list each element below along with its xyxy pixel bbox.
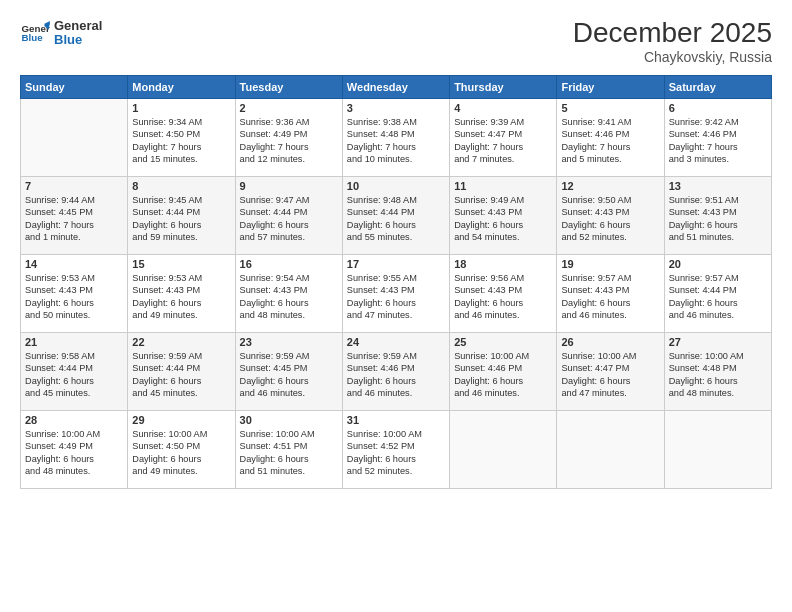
- day-number: 11: [454, 180, 552, 192]
- day-info: Sunrise: 10:00 AMSunset: 4:46 PMDaylight…: [454, 350, 552, 400]
- calendar-cell: 27Sunrise: 10:00 AMSunset: 4:48 PMDaylig…: [664, 332, 771, 410]
- calendar-cell: [664, 410, 771, 488]
- day-number: 25: [454, 336, 552, 348]
- calendar-cell: 24Sunrise: 9:59 AMSunset: 4:46 PMDayligh…: [342, 332, 449, 410]
- calendar-cell: 30Sunrise: 10:00 AMSunset: 4:51 PMDaylig…: [235, 410, 342, 488]
- day-info: Sunrise: 9:59 AMSunset: 4:44 PMDaylight:…: [132, 350, 230, 400]
- day-info: Sunrise: 9:36 AMSunset: 4:49 PMDaylight:…: [240, 116, 338, 166]
- calendar-cell: 2Sunrise: 9:36 AMSunset: 4:49 PMDaylight…: [235, 98, 342, 176]
- day-number: 4: [454, 102, 552, 114]
- day-info: Sunrise: 9:39 AMSunset: 4:47 PMDaylight:…: [454, 116, 552, 166]
- calendar-cell: 9Sunrise: 9:47 AMSunset: 4:44 PMDaylight…: [235, 176, 342, 254]
- svg-text:Blue: Blue: [22, 32, 44, 43]
- calendar-cell: 7Sunrise: 9:44 AMSunset: 4:45 PMDaylight…: [21, 176, 128, 254]
- day-info: Sunrise: 9:42 AMSunset: 4:46 PMDaylight:…: [669, 116, 767, 166]
- calendar-header: Sunday Monday Tuesday Wednesday Thursday…: [21, 75, 772, 98]
- day-info: Sunrise: 10:00 AMSunset: 4:47 PMDaylight…: [561, 350, 659, 400]
- day-number: 21: [25, 336, 123, 348]
- day-info: Sunrise: 10:00 AMSunset: 4:50 PMDaylight…: [132, 428, 230, 478]
- day-info: Sunrise: 10:00 AMSunset: 4:49 PMDaylight…: [25, 428, 123, 478]
- page-header: General Blue General Blue December 2025 …: [20, 18, 772, 65]
- calendar-week-2: 7Sunrise: 9:44 AMSunset: 4:45 PMDaylight…: [21, 176, 772, 254]
- calendar-cell: 3Sunrise: 9:38 AMSunset: 4:48 PMDaylight…: [342, 98, 449, 176]
- calendar-cell: 23Sunrise: 9:59 AMSunset: 4:45 PMDayligh…: [235, 332, 342, 410]
- header-thursday: Thursday: [450, 75, 557, 98]
- day-number: 15: [132, 258, 230, 270]
- page-title: December 2025: [573, 18, 772, 49]
- header-friday: Friday: [557, 75, 664, 98]
- day-number: 14: [25, 258, 123, 270]
- day-number: 22: [132, 336, 230, 348]
- day-number: 29: [132, 414, 230, 426]
- day-number: 23: [240, 336, 338, 348]
- day-info: Sunrise: 9:59 AMSunset: 4:45 PMDaylight:…: [240, 350, 338, 400]
- day-info: Sunrise: 10:00 AMSunset: 4:51 PMDaylight…: [240, 428, 338, 478]
- day-number: 12: [561, 180, 659, 192]
- page-subtitle: Chaykovskiy, Russia: [573, 49, 772, 65]
- day-number: 19: [561, 258, 659, 270]
- calendar-cell: 21Sunrise: 9:58 AMSunset: 4:44 PMDayligh…: [21, 332, 128, 410]
- calendar-week-1: 1Sunrise: 9:34 AMSunset: 4:50 PMDaylight…: [21, 98, 772, 176]
- day-number: 27: [669, 336, 767, 348]
- day-info: Sunrise: 9:50 AMSunset: 4:43 PMDaylight:…: [561, 194, 659, 244]
- day-number: 8: [132, 180, 230, 192]
- calendar-cell: 15Sunrise: 9:53 AMSunset: 4:43 PMDayligh…: [128, 254, 235, 332]
- day-number: 16: [240, 258, 338, 270]
- calendar-cell: 19Sunrise: 9:57 AMSunset: 4:43 PMDayligh…: [557, 254, 664, 332]
- header-saturday: Saturday: [664, 75, 771, 98]
- calendar-cell: 18Sunrise: 9:56 AMSunset: 4:43 PMDayligh…: [450, 254, 557, 332]
- calendar-week-4: 21Sunrise: 9:58 AMSunset: 4:44 PMDayligh…: [21, 332, 772, 410]
- day-number: 9: [240, 180, 338, 192]
- day-number: 1: [132, 102, 230, 114]
- calendar-cell: 26Sunrise: 10:00 AMSunset: 4:47 PMDaylig…: [557, 332, 664, 410]
- day-info: Sunrise: 9:58 AMSunset: 4:44 PMDaylight:…: [25, 350, 123, 400]
- day-info: Sunrise: 9:38 AMSunset: 4:48 PMDaylight:…: [347, 116, 445, 166]
- day-info: Sunrise: 9:55 AMSunset: 4:43 PMDaylight:…: [347, 272, 445, 322]
- day-number: 30: [240, 414, 338, 426]
- calendar-body: 1Sunrise: 9:34 AMSunset: 4:50 PMDaylight…: [21, 98, 772, 488]
- day-number: 31: [347, 414, 445, 426]
- day-info: Sunrise: 10:00 AMSunset: 4:48 PMDaylight…: [669, 350, 767, 400]
- calendar-cell: 22Sunrise: 9:59 AMSunset: 4:44 PMDayligh…: [128, 332, 235, 410]
- calendar-cell: 12Sunrise: 9:50 AMSunset: 4:43 PMDayligh…: [557, 176, 664, 254]
- day-info: Sunrise: 9:45 AMSunset: 4:44 PMDaylight:…: [132, 194, 230, 244]
- day-number: 26: [561, 336, 659, 348]
- day-number: 6: [669, 102, 767, 114]
- day-info: Sunrise: 9:59 AMSunset: 4:46 PMDaylight:…: [347, 350, 445, 400]
- day-info: Sunrise: 9:48 AMSunset: 4:44 PMDaylight:…: [347, 194, 445, 244]
- calendar-cell: [450, 410, 557, 488]
- day-info: Sunrise: 9:57 AMSunset: 4:44 PMDaylight:…: [669, 272, 767, 322]
- header-tuesday: Tuesday: [235, 75, 342, 98]
- header-sunday: Sunday: [21, 75, 128, 98]
- logo: General Blue General Blue: [20, 18, 102, 48]
- day-info: Sunrise: 9:34 AMSunset: 4:50 PMDaylight:…: [132, 116, 230, 166]
- calendar-cell: 10Sunrise: 9:48 AMSunset: 4:44 PMDayligh…: [342, 176, 449, 254]
- day-info: Sunrise: 9:56 AMSunset: 4:43 PMDaylight:…: [454, 272, 552, 322]
- calendar-cell: 11Sunrise: 9:49 AMSunset: 4:43 PMDayligh…: [450, 176, 557, 254]
- day-number: 7: [25, 180, 123, 192]
- calendar-cell: [557, 410, 664, 488]
- calendar-week-3: 14Sunrise: 9:53 AMSunset: 4:43 PMDayligh…: [21, 254, 772, 332]
- day-number: 10: [347, 180, 445, 192]
- day-info: Sunrise: 9:53 AMSunset: 4:43 PMDaylight:…: [132, 272, 230, 322]
- page: General Blue General Blue December 2025 …: [0, 0, 792, 612]
- day-number: 18: [454, 258, 552, 270]
- day-info: Sunrise: 9:49 AMSunset: 4:43 PMDaylight:…: [454, 194, 552, 244]
- day-number: 17: [347, 258, 445, 270]
- calendar-cell: 14Sunrise: 9:53 AMSunset: 4:43 PMDayligh…: [21, 254, 128, 332]
- logo-icon: General Blue: [20, 18, 50, 48]
- calendar-cell: 17Sunrise: 9:55 AMSunset: 4:43 PMDayligh…: [342, 254, 449, 332]
- header-row: Sunday Monday Tuesday Wednesday Thursday…: [21, 75, 772, 98]
- day-info: Sunrise: 9:51 AMSunset: 4:43 PMDaylight:…: [669, 194, 767, 244]
- calendar-cell: 5Sunrise: 9:41 AMSunset: 4:46 PMDaylight…: [557, 98, 664, 176]
- calendar-cell: 28Sunrise: 10:00 AMSunset: 4:49 PMDaylig…: [21, 410, 128, 488]
- day-number: 5: [561, 102, 659, 114]
- title-block: December 2025 Chaykovskiy, Russia: [573, 18, 772, 65]
- day-info: Sunrise: 9:47 AMSunset: 4:44 PMDaylight:…: [240, 194, 338, 244]
- day-number: 2: [240, 102, 338, 114]
- day-number: 20: [669, 258, 767, 270]
- calendar-cell: [21, 98, 128, 176]
- calendar-cell: 4Sunrise: 9:39 AMSunset: 4:47 PMDaylight…: [450, 98, 557, 176]
- calendar-cell: 29Sunrise: 10:00 AMSunset: 4:50 PMDaylig…: [128, 410, 235, 488]
- day-number: 13: [669, 180, 767, 192]
